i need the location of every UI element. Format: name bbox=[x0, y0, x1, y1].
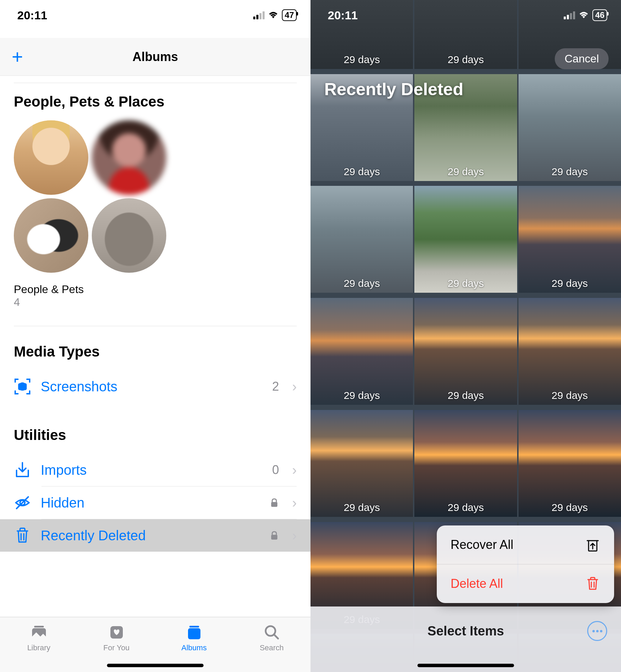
chevron-right-icon: › bbox=[292, 379, 297, 394]
days-remaining: 29 days bbox=[414, 390, 517, 401]
more-button[interactable] bbox=[587, 621, 607, 641]
search-icon bbox=[262, 623, 282, 642]
battery-icon: 46 bbox=[592, 9, 607, 21]
days-remaining: 29 days bbox=[310, 166, 413, 178]
days-remaining: 29 days bbox=[310, 502, 413, 513]
row-recently-deleted[interactable]: Recently Deleted › bbox=[0, 519, 310, 552]
days-remaining: 29 days bbox=[519, 278, 621, 289]
tab-search[interactable]: Search bbox=[243, 623, 301, 672]
svg-rect-4 bbox=[271, 502, 277, 507]
photo-thumb[interactable]: 29 days bbox=[310, 410, 413, 517]
albums-screen: 20:11 47 + Albums People, Pets & Places … bbox=[0, 0, 310, 672]
status-indicators: 46 bbox=[564, 9, 607, 21]
divider bbox=[14, 83, 297, 83]
home-indicator[interactable] bbox=[107, 664, 204, 667]
nav-header: + Albums bbox=[0, 38, 310, 76]
people-album[interactable] bbox=[0, 120, 310, 280]
album-count: 4 bbox=[0, 296, 310, 326]
tab-label: Albums bbox=[181, 643, 207, 652]
face-avatar bbox=[14, 120, 88, 195]
cellular-signal-icon bbox=[253, 11, 265, 19]
days-remaining: 29 days bbox=[310, 54, 413, 66]
photo-thumb[interactable]: 29 days bbox=[519, 410, 621, 517]
tab-library[interactable]: Library bbox=[10, 623, 68, 672]
divider bbox=[14, 326, 297, 326]
row-screenshots[interactable]: Screenshots 2 › bbox=[0, 370, 310, 403]
days-remaining: 29 days bbox=[519, 166, 621, 178]
days-remaining: 29 days bbox=[414, 54, 517, 66]
home-indicator[interactable] bbox=[417, 664, 514, 667]
hidden-icon bbox=[14, 494, 31, 511]
photo-thumb[interactable]: 29 days bbox=[414, 186, 517, 293]
svg-rect-9 bbox=[188, 628, 200, 639]
days-remaining: 29 days bbox=[310, 278, 413, 289]
row-hidden[interactable]: Hidden › bbox=[0, 487, 310, 519]
cellular-signal-icon bbox=[564, 11, 575, 19]
photo-thumb[interactable]: 29 days bbox=[310, 186, 413, 293]
photo-thumb[interactable]: 29 days bbox=[519, 186, 621, 293]
screenshots-icon bbox=[14, 378, 31, 395]
recover-icon bbox=[585, 537, 600, 552]
svg-rect-7 bbox=[34, 626, 44, 628]
row-imports[interactable]: Imports 0 › bbox=[0, 454, 310, 486]
row-label: Recently Deleted bbox=[41, 528, 260, 543]
section-title-media-types: Media Types bbox=[0, 343, 310, 370]
recently-deleted-screen: 29 days 29 days 29 days 29 days 29 days … bbox=[310, 0, 621, 672]
lock-icon bbox=[269, 531, 279, 540]
wifi-icon bbox=[268, 11, 278, 19]
trash-icon bbox=[585, 576, 600, 591]
action-label: Recover All bbox=[451, 538, 513, 552]
tab-label: For You bbox=[103, 643, 130, 652]
svg-line-3 bbox=[17, 497, 28, 509]
photo-thumb[interactable]: 29 days bbox=[519, 298, 621, 405]
wifi-icon bbox=[579, 11, 589, 19]
status-indicators: 47 bbox=[253, 9, 297, 21]
photo-thumb[interactable]: 29 days bbox=[414, 410, 517, 517]
tab-label: Search bbox=[260, 643, 284, 652]
section-title-people: People, Pets & Places bbox=[0, 93, 310, 120]
row-count: 2 bbox=[272, 379, 279, 394]
photo-thumb[interactable]: 29 days bbox=[414, 298, 517, 405]
page-title: Recently Deleted bbox=[324, 79, 463, 99]
status-bar: 20:11 47 bbox=[0, 0, 310, 30]
row-label: Screenshots bbox=[41, 379, 263, 394]
photo-thumb[interactable]: 29 days bbox=[519, 74, 621, 181]
chevron-right-icon: › bbox=[292, 528, 297, 543]
tab-label: Library bbox=[27, 643, 50, 652]
face-avatar bbox=[92, 120, 166, 195]
days-remaining: 29 days bbox=[414, 278, 517, 289]
action-sheet: Recover All Delete All bbox=[437, 525, 614, 603]
days-remaining: 29 days bbox=[414, 166, 517, 178]
pet-avatar bbox=[14, 198, 88, 273]
select-items-button[interactable]: Select Items bbox=[427, 624, 504, 639]
section-title-utilities: Utilities bbox=[0, 427, 310, 454]
cancel-button[interactable]: Cancel bbox=[555, 48, 609, 69]
row-count: 0 bbox=[272, 463, 279, 477]
row-label: Imports bbox=[41, 462, 263, 478]
chevron-right-icon: › bbox=[292, 495, 297, 511]
albums-icon bbox=[185, 623, 204, 642]
add-button[interactable]: + bbox=[12, 46, 23, 68]
trash-icon bbox=[14, 527, 31, 544]
imports-icon bbox=[14, 461, 31, 479]
recover-all-button[interactable]: Recover All bbox=[437, 525, 614, 564]
for-you-icon bbox=[107, 623, 126, 642]
svg-rect-10 bbox=[189, 626, 199, 628]
status-bar: 20:11 46 bbox=[310, 0, 621, 30]
battery-icon: 47 bbox=[282, 9, 297, 21]
content[interactable]: People, Pets & Places People & Pets 4 Me… bbox=[0, 83, 310, 617]
lock-icon bbox=[269, 498, 279, 508]
days-remaining: 29 days bbox=[310, 390, 413, 401]
days-remaining: 29 days bbox=[519, 502, 621, 513]
action-label: Delete All bbox=[451, 576, 503, 591]
photo-thumb[interactable]: 29 days bbox=[310, 298, 413, 405]
album-label: People & Pets bbox=[0, 280, 310, 296]
tab-bar: Library For You Albums Search bbox=[0, 617, 310, 672]
pet-avatar bbox=[92, 198, 166, 273]
library-icon bbox=[29, 623, 49, 642]
delete-all-button[interactable]: Delete All bbox=[437, 564, 614, 603]
svg-rect-5 bbox=[271, 535, 277, 540]
page-title: Albums bbox=[132, 50, 178, 64]
days-remaining: 29 days bbox=[519, 390, 621, 401]
status-time: 20:11 bbox=[328, 9, 358, 22]
